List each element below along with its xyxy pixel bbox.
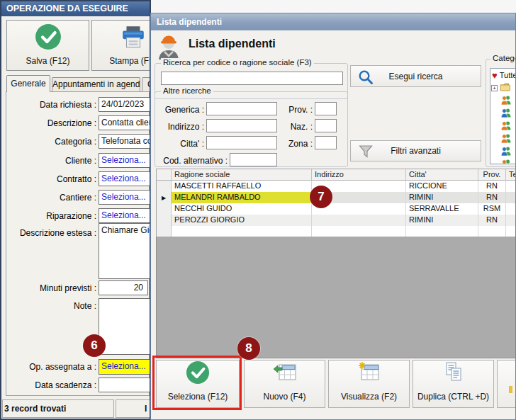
tab-generale[interactable]: Generale — [6, 75, 50, 92]
descrizione-estesa-label: Descrizione estesa : — [3, 228, 96, 238]
cell-telefono[interactable] — [506, 203, 516, 215]
cell-telefono[interactable] — [506, 192, 516, 203]
expander-plus-icon[interactable]: + — [491, 85, 498, 91]
header-telefono[interactable]: Telefono — [506, 169, 516, 181]
esegui-ricerca-button[interactable]: Esegui ricerca — [350, 65, 481, 87]
cell-ragione[interactable]: PEROZZI GIORGIO — [172, 215, 312, 226]
indirizzo-input[interactable] — [206, 119, 277, 132]
generica-label: Generica : — [159, 105, 204, 115]
naz-input[interactable] — [315, 119, 337, 132]
tree-item-folder[interactable]: + — [490, 81, 516, 94]
contratto-select-link[interactable]: Seleziona... — [99, 171, 151, 186]
categoria-input[interactable]: Telefonata con — [99, 134, 151, 149]
zona-input[interactable] — [315, 136, 337, 149]
descrizione-estesa-textarea[interactable]: Chiamare Giorg — [99, 223, 151, 279]
tree-item-people-6[interactable] — [490, 158, 516, 164]
tree-item-people-1[interactable] — [490, 94, 516, 107]
tree-item-tutte-label: Tutte — [500, 71, 516, 79]
cod-alternativo-input[interactable] — [230, 153, 277, 166]
cell-prov[interactable]: RN — [478, 181, 506, 192]
cell-ragione[interactable]: MASCETTI RAFFAELLO — [172, 181, 312, 192]
step-badge-8: 8 — [237, 337, 260, 360]
duplica-button[interactable]: Duplica (CTRL +D) — [413, 360, 494, 408]
table-row-selected[interactable]: ▶ MELANDRI RAMBALDO RIMINI RN — [157, 192, 516, 203]
visualizza-button[interactable]: Visualizza (F2) — [328, 360, 410, 408]
stampa-button-label: Stampa (F9) — [109, 56, 151, 66]
naz-label: Naz. : — [281, 122, 313, 132]
altre-ricerche-groupbox-label: Altre ricerche — [161, 86, 213, 95]
cell-prov[interactable]: RN — [478, 215, 506, 226]
filtri-avanzati-button[interactable]: Filtri avanzati — [350, 140, 481, 161]
dialog-title-bar[interactable]: Lista dipendenti — [151, 13, 515, 30]
duplica-button-label: Duplica (CTRL +D) — [417, 392, 489, 402]
cell-ragione-highlighted[interactable]: MELANDRI RAMBALDO — [172, 192, 312, 203]
descrizione-label: Descrizione : — [3, 118, 96, 128]
cantiere-select-link[interactable]: Seleziona... — [99, 190, 151, 205]
op-assegnata-select-link[interactable]: Seleziona... — [99, 359, 151, 375]
cell-citta[interactable]: RICCIONE — [406, 181, 478, 192]
heart-icon: ♥ — [492, 70, 498, 81]
data-scadenza-input[interactable] — [99, 378, 151, 392]
tab-appuntamenti[interactable]: Appuntamenti in agenda — [52, 77, 140, 92]
stampa-button[interactable]: Stampa (F9) — [91, 20, 151, 71]
main-window-title: OPERAZIONE DA ESEGUIRE — [1, 1, 150, 16]
note-textarea[interactable] — [99, 298, 151, 355]
cod-alternativo-label: Cod. alternativo : — [159, 156, 228, 166]
people-pair-icon — [500, 133, 512, 144]
row-selector-cell[interactable]: ▶ — [157, 192, 172, 203]
cell-prov[interactable]: RSM — [478, 203, 506, 215]
visualizza-button-label: Visualizza (F2) — [341, 392, 397, 402]
generica-input[interactable] — [206, 102, 277, 115]
minuti-previsti-input[interactable]: 20 — [99, 280, 148, 295]
categorie-groupbox: Categorie ♥ Tutte + — [486, 59, 516, 167]
cell-ragione[interactable]: NECCHI GUIDO — [172, 203, 312, 215]
partial-button[interactable] — [497, 360, 516, 408]
partial-icon-fragment — [509, 386, 512, 393]
dipendenti-table[interactable]: Ragione sociale Indirizzo Citta' Prov. T… — [156, 169, 516, 237]
tab-generale-label: Generale — [11, 79, 45, 89]
riparazione-select-link[interactable]: Seleziona... — [99, 208, 151, 223]
highlight-rect-seleziona — [152, 356, 242, 410]
search-input[interactable] — [161, 72, 343, 85]
table-view-icon — [357, 361, 382, 387]
worker-icon — [157, 33, 180, 62]
tree-item-tutte[interactable]: ♥ Tutte — [490, 69, 516, 81]
row-selector-cell — [157, 181, 172, 192]
row-marker-icon: ▶ — [162, 195, 166, 201]
header-indirizzo[interactable]: Indirizzo — [312, 169, 406, 181]
zona-label: Zona : — [281, 139, 313, 149]
cliente-select-link[interactable]: Seleziona... — [99, 153, 151, 168]
tree-item-people-3[interactable] — [490, 120, 516, 132]
header-ragione-sociale[interactable]: Ragione sociale — [172, 169, 312, 181]
salva-button[interactable]: Salva (F12) — [6, 20, 89, 71]
cell-telefono[interactable] — [506, 181, 516, 192]
header-prov[interactable]: Prov. — [478, 169, 506, 181]
table-row[interactable]: PEROZZI GIORGIO RIMINI RN — [157, 215, 516, 226]
table-row-empty[interactable] — [157, 226, 516, 237]
tree-item-people-5[interactable] — [490, 145, 516, 158]
cell-indirizzo[interactable] — [312, 215, 406, 226]
cell-citta[interactable]: RIMINI — [406, 215, 478, 226]
tree-item-people-4[interactable] — [490, 132, 516, 145]
categorie-tree[interactable]: ♥ Tutte + — [490, 68, 516, 164]
citta-input[interactable] — [206, 136, 277, 149]
cell-citta[interactable]: RIMINI — [406, 192, 478, 203]
cell-prov[interactable]: RN — [478, 192, 506, 203]
check-circle-icon — [35, 23, 62, 52]
data-scadenza-label: Data scadenza : — [3, 380, 96, 390]
step-badge-6: 6 — [83, 334, 106, 357]
table-row[interactable]: MASCETTI RAFFAELLO RICCIONE RN — [157, 181, 516, 192]
data-richiesta-input[interactable]: 24/01/2023 — [99, 97, 151, 112]
cell-telefono[interactable] — [506, 215, 516, 226]
tab-appuntamenti-label: Appuntamenti in agenda — [52, 79, 140, 89]
table-row[interactable]: NECCHI GUIDO SERRAVALLE RSM — [157, 203, 516, 215]
prov-input[interactable] — [315, 102, 337, 115]
descrizione-input[interactable]: Contatta client — [99, 115, 151, 130]
categorie-groupbox-label: Categorie — [490, 54, 516, 62]
cell-citta[interactable]: SERRAVALLE — [406, 203, 478, 215]
tree-item-people-2[interactable] — [490, 107, 516, 120]
header-citta[interactable]: Citta' — [406, 169, 478, 181]
step-badge-7: 7 — [310, 186, 332, 208]
nuovo-button[interactable]: Nuovo (F4) — [244, 360, 325, 408]
nuovo-button-label: Nuovo (F4) — [263, 392, 305, 402]
